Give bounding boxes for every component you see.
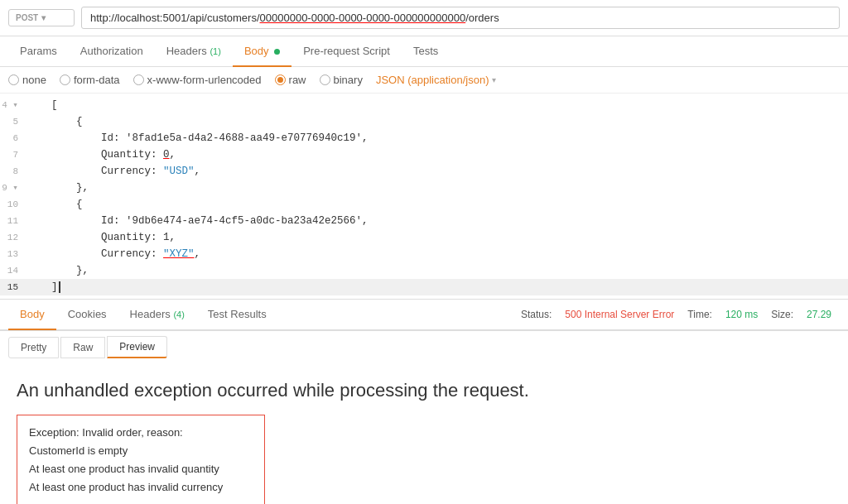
code-line-11: 11 Id: '9db6e474-ae74-4cf5-a0dc-ba23a42e…: [0, 213, 848, 229]
currency-xyz: "XYZ": [163, 248, 195, 260]
line-num-13: 13: [0, 247, 26, 262]
exception-title: An unhandled exception occurred while pr…: [17, 380, 831, 401]
radio-raw[interactable]: raw: [275, 74, 306, 86]
radio-form-data[interactable]: form-data: [60, 74, 120, 86]
code-line-13: 13 Currency: "XYZ",: [0, 246, 848, 262]
line-num-11: 11: [0, 214, 26, 229]
code-editor[interactable]: 4 ▾ [ 5 { 6 Id: '8fad1e5a-d4a2-4688-aa49…: [0, 94, 848, 300]
line-num-15: 15: [0, 281, 26, 295]
response-tab-bar: Body Cookies Headers (4) Test Results St…: [0, 300, 848, 331]
code-line-14: 14 },: [0, 262, 848, 279]
line-num-10: 10: [0, 198, 26, 213]
tab-params[interactable]: Params: [8, 36, 69, 67]
response-tab-test-results[interactable]: Test Results: [196, 300, 278, 330]
line-num-6: 6: [0, 132, 26, 146]
status-value: 500 Internal Server Error: [565, 309, 674, 320]
code-line-5: 5 {: [0, 113, 848, 130]
line-num-8: 8: [0, 165, 26, 180]
size-value: 27.29: [807, 309, 831, 320]
view-tab-preview[interactable]: Preview: [107, 336, 167, 358]
radio-circle-form-data: [60, 74, 70, 85]
radio-urlencoded[interactable]: x-www-form-urlencoded: [133, 74, 262, 86]
method-chevron: ▾: [41, 13, 46, 22]
exception-line-3: At least one product has invalid quantit…: [29, 460, 253, 478]
size-label: Size:: [771, 309, 793, 320]
method-label: POST: [16, 13, 38, 22]
response-tab-body[interactable]: Body: [8, 300, 56, 330]
line-num-12: 12: [0, 231, 26, 246]
time-label: Time:: [687, 309, 712, 320]
headers-badge: (1): [210, 46, 220, 56]
code-line-7: 7 Quantity: 0,: [0, 146, 848, 163]
tab-body[interactable]: Body: [233, 36, 292, 67]
tab-tests[interactable]: Tests: [402, 36, 450, 67]
code-line-4: 4 ▾ [: [0, 97, 848, 113]
method-select[interactable]: POST ▾: [8, 9, 75, 26]
radio-circle-none: [8, 74, 19, 85]
line-num-5: 5: [0, 115, 26, 130]
response-headers-badge: (4): [173, 310, 184, 319]
exception-box: Exception: Invalid order, reason: Custom…: [17, 415, 265, 504]
request-tab-bar: Params Authorization Headers (1) Body Pr…: [0, 36, 848, 67]
view-tab-pretty[interactable]: Pretty: [8, 337, 59, 358]
view-tab-bar: Pretty Raw Preview: [0, 331, 848, 363]
url-suffix: /orders: [465, 12, 499, 24]
code-line-12: 12 Quantity: 1,: [0, 229, 848, 246]
exception-line-2: CustomerId is empty: [29, 442, 253, 460]
tab-pre-request-script[interactable]: Pre-request Script: [292, 36, 402, 67]
exception-line-1: Exception: Invalid order, reason:: [29, 424, 253, 442]
view-tab-raw[interactable]: Raw: [60, 337, 105, 358]
code-line-15: 15 ]: [0, 279, 848, 295]
line-num-14: 14: [0, 264, 26, 279]
radio-circle-raw: [275, 74, 286, 85]
tab-authorization[interactable]: Authorization: [69, 36, 155, 67]
currency-usd: "USD": [163, 166, 195, 177]
radio-circle-binary: [320, 74, 330, 85]
radio-none[interactable]: none: [8, 74, 46, 86]
code-line-8: 8 Currency: "USD",: [0, 163, 848, 180]
status-label: Status:: [521, 309, 552, 320]
response-tab-cookies[interactable]: Cookies: [56, 300, 118, 330]
code-line-10: 10 {: [0, 196, 848, 213]
radio-binary[interactable]: binary: [320, 74, 363, 86]
line-num-7: 7: [0, 148, 26, 163]
url-display[interactable]: http://localhost:5001/api/customers/0000…: [81, 7, 840, 29]
line-num-4: 4 ▾: [0, 98, 26, 113]
body-type-bar: none form-data x-www-form-urlencoded raw…: [0, 67, 848, 94]
quantity-zero: 0: [163, 149, 170, 161]
url-underlined: 00000000-0000-0000-0000-000000000000: [260, 12, 466, 24]
top-bar: POST ▾ http://localhost:5001/api/custome…: [0, 0, 848, 36]
json-type-select[interactable]: JSON (application/json) ▾: [376, 74, 497, 86]
code-line-9: 9 ▾ },: [0, 180, 848, 196]
status-info: Status: 500 Internal Server Error Time: …: [521, 309, 840, 320]
tab-headers[interactable]: Headers (1): [155, 36, 233, 67]
radio-circle-urlencoded: [133, 74, 144, 85]
exception-line-4: At least one product has invalid currenc…: [29, 478, 253, 497]
body-active-dot: [274, 49, 280, 55]
line-num-9: 9 ▾: [0, 181, 26, 196]
response-tab-headers[interactable]: Headers (4): [118, 300, 196, 330]
response-body: An unhandled exception occurred while pr…: [0, 363, 848, 504]
json-type-chevron: ▾: [492, 75, 496, 84]
url-prefix: http://localhost:5001/api/customers/: [90, 12, 260, 24]
time-value: 120 ms: [725, 309, 758, 320]
code-line-6: 6 Id: '8fad1e5a-d4a2-4688-aa49-e70776940…: [0, 130, 848, 146]
